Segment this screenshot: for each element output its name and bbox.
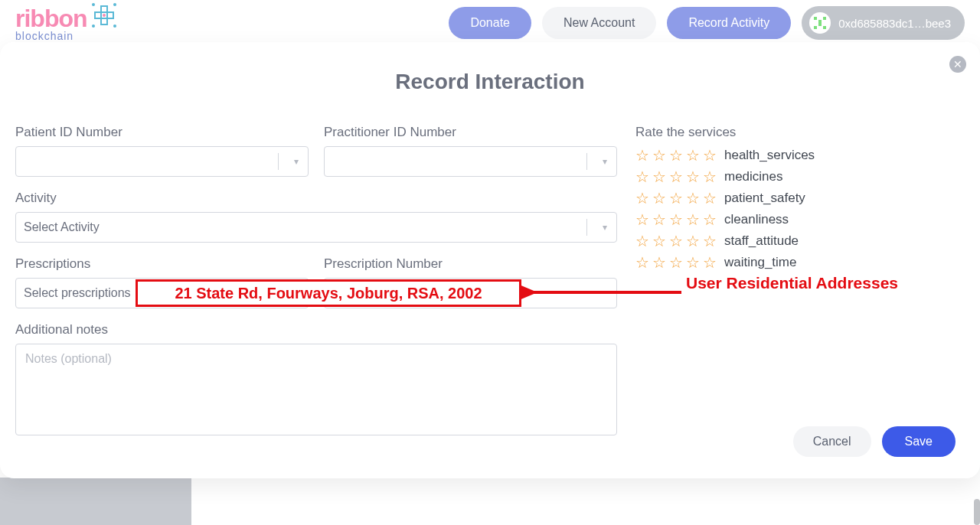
star-icon[interactable]: ☆	[669, 253, 683, 272]
cancel-button[interactable]: Cancel	[793, 426, 871, 457]
chevron-down-icon: ▾	[603, 222, 607, 233]
star-icon[interactable]: ☆	[669, 189, 683, 207]
star-icon[interactable]: ☆	[635, 168, 649, 186]
record-interaction-modal: ✕ Record Interaction Patient ID Number ▾…	[0, 42, 980, 478]
star-icon[interactable]: ☆	[686, 253, 700, 272]
svg-point-3	[92, 3, 95, 6]
rating-row-health_services: ☆☆☆☆☆health_services	[635, 146, 965, 165]
rating-row-staff_attitude: ☆☆☆☆☆staff_attitude	[635, 232, 965, 250]
star-icon[interactable]: ☆	[635, 232, 649, 250]
record-activity-button[interactable]: Record Activity	[667, 7, 791, 39]
modal-title: Record Interaction	[15, 70, 965, 94]
star-icon[interactable]: ☆	[703, 232, 717, 250]
star-icon[interactable]: ☆	[703, 253, 717, 272]
star-icon[interactable]: ☆	[669, 146, 683, 165]
star-icon[interactable]: ☆	[652, 168, 666, 186]
star-icon[interactable]: ☆	[669, 232, 683, 250]
annotation-label: User Residential Addresses	[686, 274, 898, 292]
activity-label: Activity	[15, 191, 617, 206]
star-icon[interactable]: ☆	[652, 232, 666, 250]
rating-label: cleanliness	[724, 212, 789, 227]
star-icon[interactable]: ☆	[652, 146, 666, 165]
star-icon[interactable]: ☆	[635, 210, 649, 229]
notes-label: Additional notes	[15, 322, 617, 338]
rating-label: waiting_time	[724, 255, 797, 270]
rating-label: staff_attitude	[724, 233, 799, 249]
star-icon[interactable]: ☆	[686, 232, 700, 250]
wallet-pill[interactable]: 0xd685883dc1…bee3	[802, 6, 965, 40]
star-icon[interactable]: ☆	[686, 210, 700, 229]
notes-textarea[interactable]	[15, 344, 617, 435]
close-icon: ✕	[953, 58, 962, 70]
star-icon[interactable]: ☆	[669, 168, 683, 186]
svg-point-4	[113, 3, 116, 6]
prescriptions-value: Select prescriptions	[24, 286, 131, 300]
star-icon[interactable]: ☆	[635, 253, 649, 272]
star-icon[interactable]: ☆	[686, 146, 700, 165]
logo-plus-icon	[89, 0, 119, 31]
rating-row-medicines: ☆☆☆☆☆medicines	[635, 168, 965, 186]
svg-point-2	[103, 14, 106, 17]
rating-row-patient_safety: ☆☆☆☆☆patient_safety	[635, 189, 965, 207]
patient-id-select[interactable]: ▾	[15, 146, 309, 177]
logo: ribbon blockchain	[15, 5, 87, 42]
svg-rect-8	[823, 17, 826, 20]
donate-button[interactable]: Donate	[449, 7, 531, 39]
practitioner-id-label: Practitioner ID Number	[324, 125, 617, 140]
practitioner-id-select[interactable]: ▾	[324, 146, 617, 177]
prescription-number-label: Prescription Number	[324, 256, 617, 272]
new-account-button[interactable]: New Account	[542, 7, 656, 39]
svg-point-6	[113, 24, 116, 28]
rating-label: health_services	[724, 148, 815, 163]
svg-rect-10	[814, 26, 817, 29]
nav-buttons: Donate New Account Record Activity 0xd68…	[449, 6, 965, 40]
close-button[interactable]: ✕	[949, 56, 966, 73]
chevron-down-icon: ▾	[603, 156, 607, 167]
star-icon[interactable]: ☆	[635, 189, 649, 207]
save-button[interactable]: Save	[882, 426, 956, 457]
star-icon[interactable]: ☆	[703, 146, 717, 165]
svg-rect-9	[818, 20, 822, 26]
logo-text: ribbon	[15, 5, 87, 32]
star-icon[interactable]: ☆	[652, 210, 666, 229]
star-icon[interactable]: ☆	[652, 253, 666, 272]
svg-point-5	[92, 24, 95, 28]
app-header: ribbon blockchain Donate New Account Rec…	[0, 0, 980, 46]
svg-rect-7	[814, 17, 817, 20]
star-icon[interactable]: ☆	[652, 189, 666, 207]
sidebar-strip	[0, 478, 191, 525]
activity-value: Select Activity	[24, 220, 100, 234]
rating-label: medicines	[724, 169, 783, 184]
wallet-identicon-icon	[809, 12, 831, 34]
star-icon[interactable]: ☆	[703, 168, 717, 186]
annotation-address-box: 21 State Rd, Fourways, Joburg, RSA, 2002	[136, 279, 521, 307]
annotation-arrow-icon	[521, 282, 686, 303]
star-icon[interactable]: ☆	[703, 210, 717, 229]
star-icon[interactable]: ☆	[686, 168, 700, 186]
star-icon[interactable]: ☆	[686, 189, 700, 207]
rating-row-cleanliness: ☆☆☆☆☆cleanliness	[635, 210, 965, 229]
star-icon[interactable]: ☆	[635, 146, 649, 165]
patient-id-label: Patient ID Number	[15, 125, 309, 140]
rate-label: Rate the services	[635, 125, 965, 140]
star-icon[interactable]: ☆	[703, 189, 717, 207]
prescriptions-label: Prescriptions	[15, 256, 309, 272]
scrollbar-vertical[interactable]	[974, 499, 980, 525]
wallet-address: 0xd685883dc1…bee3	[838, 17, 951, 30]
svg-rect-11	[823, 26, 826, 29]
modal-footer: Cancel Save	[793, 426, 956, 457]
rating-row-waiting_time: ☆☆☆☆☆waiting_time	[635, 253, 965, 272]
chevron-down-icon: ▾	[294, 156, 299, 167]
logo-area: ribbon blockchain	[15, 5, 119, 42]
rating-label: patient_safety	[724, 191, 805, 206]
star-icon[interactable]: ☆	[669, 210, 683, 229]
activity-select[interactable]: Select Activity ▾	[15, 212, 617, 243]
annotation-address-text: 21 State Rd, Fourways, Joburg, RSA, 2002	[175, 285, 482, 302]
